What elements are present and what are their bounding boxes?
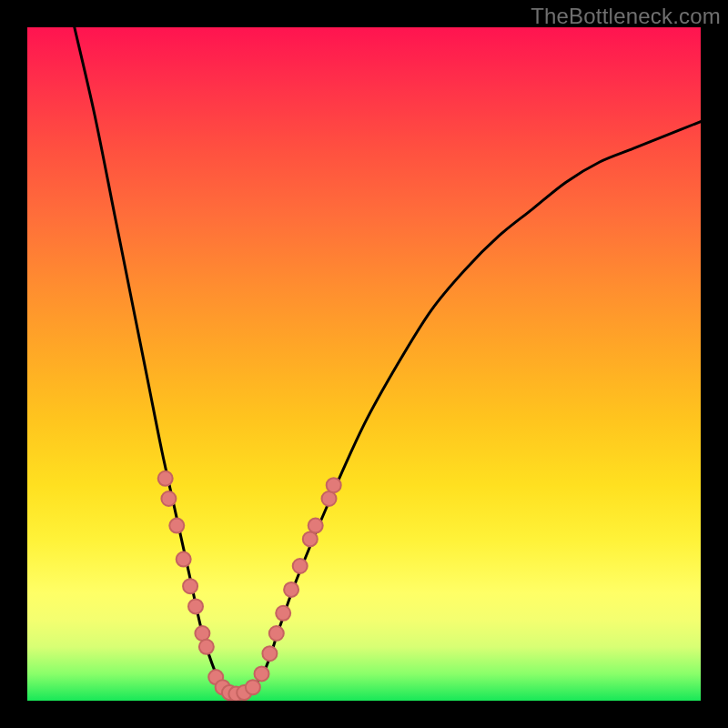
chart-frame: TheBottleneck.com [0,0,728,728]
watermark-text: TheBottleneck.com [531,4,721,29]
chart-svg [27,27,701,701]
data-marker [169,519,184,533]
data-marker [246,680,260,694]
data-marker [255,666,269,681]
data-marker [199,640,214,654]
marker-layer [158,471,341,701]
data-marker [276,606,290,621]
data-marker [161,491,176,506]
bottleneck-curve [75,27,701,696]
data-marker [269,626,284,641]
data-marker [188,599,203,613]
data-marker [158,471,173,486]
plot-area [27,27,701,701]
data-marker [195,626,209,641]
data-marker [293,559,308,573]
data-marker [262,646,277,661]
data-marker [322,491,337,506]
data-marker [177,552,191,567]
data-marker [284,582,298,597]
data-marker [303,531,318,546]
data-marker [308,519,323,533]
data-marker [327,478,341,492]
data-marker [183,579,197,593]
